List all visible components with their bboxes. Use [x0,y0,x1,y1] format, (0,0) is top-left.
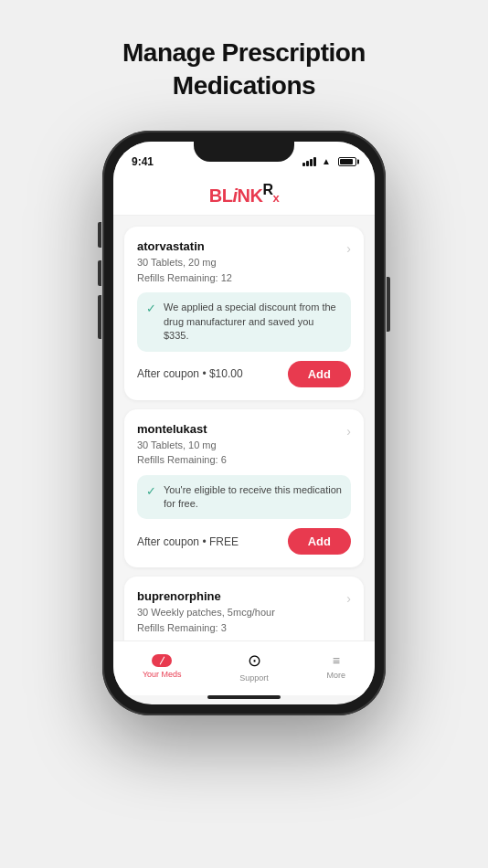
med-card-buprenorphine[interactable]: buprenorphine 30 Weekly patches, 5mcg/ho… [124,577,364,640]
battery-icon [338,157,356,166]
home-indicator [207,695,281,699]
app-logo: BLiNKRx [209,182,279,206]
med-card-atorvastatin[interactable]: atorvastatin 30 Tablets, 20 mg Refills R… [124,227,364,399]
nav-label-support: Support [239,673,269,683]
med-details-line1: 30 Weekly patches, 5mcg/hour [137,605,346,620]
bottom-nav: Your Meds ⊙ Support ≡ More [113,640,375,695]
add-button-atorvastatin[interactable]: Add [288,361,351,387]
discount-box: ✓ We applied a special discount from the… [137,292,351,351]
med-header: buprenorphine 30 Weekly patches, 5mcg/ho… [137,589,351,635]
discount-text: We applied a special discount from the d… [164,301,342,343]
side-button-silent [98,222,101,248]
page-wrapper: Manage Prescription Medications 9:41 [0,0,488,868]
price-label: After coupon • $10.00 [137,367,243,380]
nav-label-your-meds: Your Meds [143,670,182,679]
app-header: BLiNKRx [113,176,375,217]
check-circle-icon: ✓ [146,302,156,315]
med-name: atorvastatin [137,239,346,253]
med-info: montelukast 30 Tablets, 10 mg Refills Re… [137,422,346,468]
signal-bars-icon [302,157,316,166]
wifi-icon: ▲ [322,156,331,166]
add-button-montelukast[interactable]: Add [288,528,351,555]
med-info: atorvastatin 30 Tablets, 20 mg Refills R… [137,239,346,285]
nav-label-more: More [327,671,346,680]
nav-item-your-meds[interactable]: Your Meds [143,654,182,679]
discount-box: ✓ You're eligible to receive this medica… [137,475,351,520]
discount-text: You're eligible to receive this medicati… [164,483,342,512]
pill-icon [152,654,172,667]
status-icons: ▲ [302,156,356,166]
check-circle-icon: ✓ [146,484,156,498]
price-label: After coupon • FREE [137,535,239,548]
chevron-right-icon[interactable]: › [346,241,351,256]
status-time: 9:41 [132,155,154,168]
med-header: atorvastatin 30 Tablets, 20 mg Refills R… [137,239,351,285]
nav-item-support[interactable]: ⊙ Support [239,651,269,683]
phone-screen: 9:41 ▲ BLiNKRx [113,142,375,704]
price-row: After coupon • $10.00 Add [137,361,351,387]
more-icon: ≡ [333,653,340,668]
medications-list[interactable]: atorvastatin 30 Tablets, 20 mg Refills R… [113,216,375,640]
med-details-line2: Refills Remaining: 6 [137,452,346,468]
med-details-line1: 30 Tablets, 20 mg [137,255,346,270]
price-row: After coupon • FREE Add [137,528,351,555]
med-name: montelukast [137,422,346,436]
med-details-line2: Refills Remaining: 12 [137,270,346,286]
side-button-vol-down [98,295,101,339]
side-button-vol-up [98,260,101,286]
med-details-line2: Refills Remaining: 3 [137,620,346,636]
chevron-right-icon[interactable]: › [346,591,351,606]
chevron-right-icon[interactable]: › [346,424,351,439]
page-title: Manage Prescription Medications [122,37,366,103]
med-name: buprenorphine [137,589,346,603]
phone-frame: 9:41 ▲ BLiNKRx [102,131,386,715]
support-icon: ⊙ [248,651,261,671]
med-header: montelukast 30 Tablets, 10 mg Refills Re… [137,422,351,468]
notch [194,142,294,162]
med-card-montelukast[interactable]: montelukast 30 Tablets, 10 mg Refills Re… [124,409,364,568]
side-button-power [387,277,390,332]
nav-item-more[interactable]: ≡ More [327,653,346,680]
med-info: buprenorphine 30 Weekly patches, 5mcg/ho… [137,589,346,635]
med-details-line1: 30 Tablets, 10 mg [137,438,346,453]
